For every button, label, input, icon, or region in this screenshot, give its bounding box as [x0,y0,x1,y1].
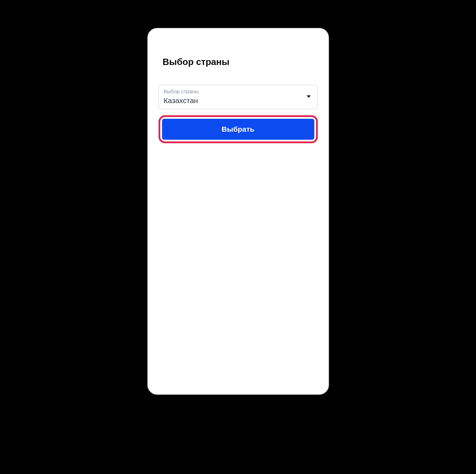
country-select-value: Казахстан [164,96,313,105]
submit-highlight-ring: Выбрать [159,115,318,143]
submit-button[interactable]: Выбрать [162,119,314,140]
page-title: Выбор страны [159,57,318,67]
country-select[interactable]: Выбор страны Казахстан [159,85,318,109]
chevron-down-icon [306,95,311,99]
country-select-label: Выбор страны [164,88,313,95]
phone-frame: Выбор страны Выбор страны Казахстан Выбр… [147,28,329,395]
